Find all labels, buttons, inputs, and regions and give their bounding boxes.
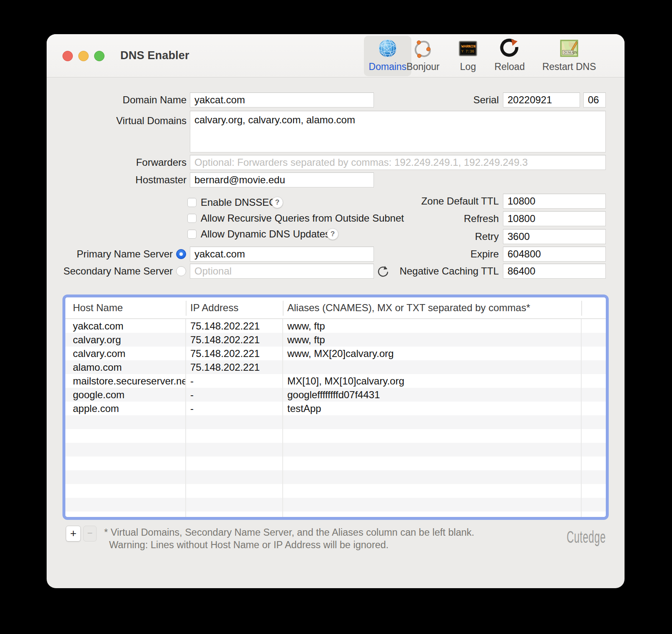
table-cell: MX[10], MX[10]calvary.org (283, 374, 582, 388)
primary-ns-radio[interactable] (176, 249, 186, 259)
table-cell (582, 429, 606, 443)
header-ip-address[interactable]: IP Address (190, 297, 239, 318)
table-row[interactable]: apple.com-testApp (65, 402, 606, 415)
enable-dnssec-label: Enable DNSSEC (201, 197, 276, 208)
negative-caching-ttl-input[interactable] (503, 264, 606, 279)
zone-ttl-input[interactable] (503, 194, 606, 209)
zoom-button[interactable] (94, 51, 105, 61)
table-cell: mailstore.secureserver.net (65, 374, 186, 388)
header-host-name[interactable]: Host Name (73, 297, 123, 318)
svg-text:DOMAIN: DOMAIN (564, 51, 577, 55)
table-row[interactable]: calvary.org75.148.202.221www, ftp (65, 333, 606, 347)
expire-input[interactable] (503, 247, 606, 262)
window-title: DNS Enabler (120, 34, 189, 77)
table-row[interactable] (65, 443, 606, 457)
table-row[interactable] (65, 512, 606, 520)
table-cell (283, 457, 582, 470)
retry-input[interactable] (503, 229, 606, 244)
table-cell: www, ftp (283, 333, 582, 347)
table-row[interactable]: yakcat.com75.148.202.221www, ftp (65, 319, 606, 333)
secondary-ns-label: Secondary Name Server (63, 264, 173, 279)
table-cell (65, 484, 186, 498)
secondary-ns-radio[interactable] (176, 266, 186, 276)
table-cell: - (186, 388, 283, 402)
toolbar-item-restart-dns[interactable]: DOMAIN Restart DNS (540, 36, 598, 76)
table-row[interactable] (65, 457, 606, 470)
toolbar-item-bonjour[interactable]: Bonjour (403, 36, 443, 76)
table-cell (186, 470, 283, 484)
refresh-secondary-icon[interactable] (376, 265, 390, 278)
app-window: DNS Enabler Domains (47, 34, 625, 588)
dynamic-dns-help-button[interactable]: ? (327, 228, 338, 240)
virtual-domains-textarea[interactable]: calvary.org, calvary.com, alamo.com (190, 111, 606, 152)
minimize-button[interactable] (78, 51, 89, 61)
table-cell (65, 512, 186, 520)
table-cell (582, 498, 606, 512)
host-table-body[interactable]: yakcat.com75.148.202.221www, ftpcalvary.… (65, 319, 606, 520)
table-cell: 75.148.202.221 (186, 319, 283, 333)
table-cell (186, 512, 283, 520)
dynamic-dns-checkbox[interactable] (187, 230, 197, 239)
host-table[interactable]: Host Name IP Address Aliases (CNAMES), M… (62, 295, 609, 520)
table-row[interactable] (65, 470, 606, 484)
secondary-ns-input[interactable] (190, 264, 374, 279)
bonjour-icon (413, 38, 433, 58)
table-cell: 75.148.202.221 (186, 333, 283, 347)
dnssec-help-button[interactable]: ? (271, 197, 283, 208)
table-cell (283, 498, 582, 512)
table-cell (582, 374, 606, 388)
log-ticker-icon: WARNIN Y 7:36 (458, 38, 478, 58)
desktop: { "window_title": "DNS Enabler", "toolba… (0, 0, 672, 634)
table-cell: googleffffffffd07f4431 (283, 388, 582, 402)
table-cell: - (186, 402, 283, 415)
remove-row-button[interactable]: − (83, 526, 97, 542)
table-cell (283, 360, 582, 374)
header-aliases[interactable]: Aliases (CNAMES), MX or TXT separated by… (287, 297, 530, 318)
toolbar-item-log[interactable]: WARNIN Y 7:36 Log (451, 36, 485, 76)
forwarders-input[interactable] (190, 155, 606, 170)
virtual-domains-label: Virtual Domains (88, 113, 187, 128)
footnote-line2: Warning: Lines without Host Name or IP A… (104, 539, 474, 551)
refresh-label: Refresh (374, 211, 499, 226)
negative-caching-ttl-label: Negative Caching TTL (374, 264, 499, 279)
table-cell: calvary.com (65, 347, 186, 360)
recursive-queries-label: Allow Recursive Queries from Outside Sub… (201, 213, 404, 224)
table-row[interactable]: mailstore.secureserver.net-MX[10], MX[10… (65, 374, 606, 388)
restart-dns-map-icon: DOMAIN (559, 38, 579, 58)
table-cell: testApp (283, 402, 582, 415)
table-row[interactable] (65, 415, 606, 429)
table-row[interactable] (65, 429, 606, 443)
table-cell (582, 402, 606, 415)
table-cell (582, 360, 606, 374)
table-row[interactable]: alamo.com75.148.202.221 (65, 360, 606, 374)
domain-name-input[interactable] (190, 92, 374, 107)
serial-suffix-input[interactable] (583, 92, 606, 107)
reload-icon (500, 38, 520, 58)
hostmaster-label: Hostmaster (88, 172, 187, 187)
table-cell: 75.148.202.221 (186, 347, 283, 360)
table-cell (283, 415, 582, 429)
serial-input[interactable] (503, 92, 580, 107)
table-cell (65, 415, 186, 429)
svg-text:Y 7:36: Y 7:36 (461, 50, 474, 54)
primary-ns-input[interactable] (190, 247, 374, 262)
table-row[interactable]: google.com-googleffffffffd07f4431 (65, 388, 606, 402)
expire-label: Expire (374, 247, 499, 262)
close-button[interactable] (62, 51, 73, 61)
forwarders-label: Forwarders (88, 155, 187, 170)
table-cell (582, 512, 606, 520)
enable-dnssec-checkbox[interactable] (187, 198, 197, 207)
table-cell (283, 484, 582, 498)
hostmaster-input[interactable] (190, 172, 374, 187)
refresh-input[interactable] (503, 211, 606, 226)
add-row-button[interactable]: + (66, 526, 81, 542)
table-cell (582, 484, 606, 498)
recursive-queries-checkbox[interactable] (187, 214, 197, 223)
table-row[interactable] (65, 498, 606, 512)
table-row[interactable]: calvary.com75.148.202.221www, MX[20]calv… (65, 347, 606, 360)
footnote: * Virtual Domains, Secondary Name Server… (104, 526, 474, 551)
cutedge-logo: Cutedge (567, 527, 606, 547)
table-row[interactable] (65, 484, 606, 498)
table-cell (582, 333, 606, 347)
toolbar-item-reload[interactable]: Reload (491, 36, 528, 76)
